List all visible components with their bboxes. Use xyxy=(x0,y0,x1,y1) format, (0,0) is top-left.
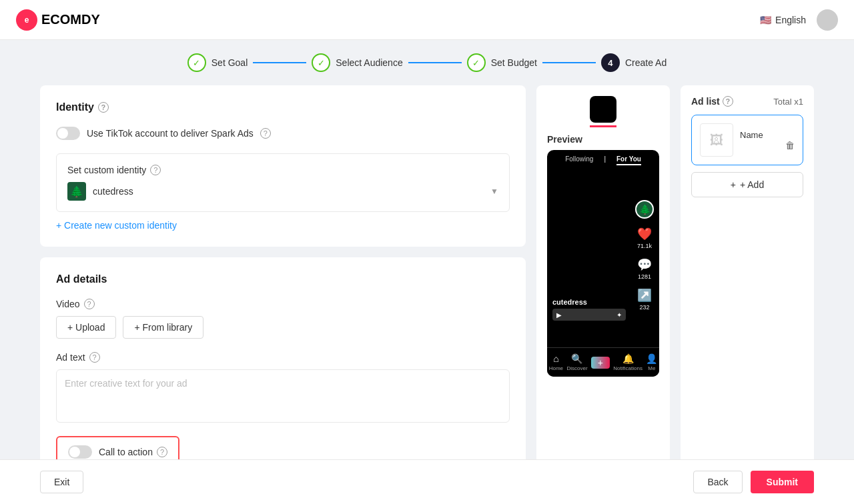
ad-text-input[interactable] xyxy=(56,369,510,423)
identity-select[interactable]: 🌲 cutedress ▼ xyxy=(67,182,498,201)
spark-ads-toggle[interactable] xyxy=(56,127,80,140)
ad-item-name: Name xyxy=(740,130,763,140)
language-label: English xyxy=(775,15,806,25)
upload-buttons: + Upload + From library xyxy=(56,316,510,339)
video-help-icon[interactable]: ? xyxy=(84,299,95,309)
delete-icon[interactable]: 🗑 xyxy=(785,140,795,151)
exit-button[interactable]: Exit xyxy=(40,471,83,493)
ad-text-help-icon[interactable]: ? xyxy=(89,352,100,363)
step-2: ✓ Select Audience xyxy=(312,53,402,72)
following-tab: Following xyxy=(565,155,593,165)
spark-ads-label: Use TikTok account to deliver Spark Ads xyxy=(87,128,254,139)
cta-label: Call to action ? xyxy=(99,447,167,457)
header-right: 🇺🇸 English xyxy=(760,9,838,31)
ad-list-item: 🖼 Name 🗑 xyxy=(691,115,803,165)
phone-username: cutedress xyxy=(552,298,626,306)
identity-title: Identity ? xyxy=(56,101,510,113)
like-count: 71.1k xyxy=(637,243,652,249)
me-icon: 👤 xyxy=(646,353,657,364)
step-2-circle: ✓ xyxy=(312,53,330,72)
share-count: 232 xyxy=(639,304,649,311)
ad-list-header: Ad list ? Total x1 xyxy=(691,96,803,107)
identity-card: Identity ? Use TikTok account to deliver… xyxy=(40,85,526,247)
comment-count: 1281 xyxy=(638,273,651,280)
nav-notifications-label: Notifications xyxy=(613,365,643,371)
cta-toggle[interactable] xyxy=(68,445,92,459)
phone-content: 🌲 ❤️ 71.1k 💬 1281 ↗️ 232 xyxy=(547,171,659,351)
phone-mockup: Following | For You 🌲 ❤️ 71.1k 💬 1281 xyxy=(547,150,659,377)
spark-ads-toggle-row: Use TikTok account to deliver Spark Ads … xyxy=(56,127,510,140)
for-you-tab: For You xyxy=(616,155,641,165)
phone-right-actions: 🌲 ❤️ 71.1k 💬 1281 ↗️ 232 xyxy=(635,200,654,311)
share-icon: ↗️ xyxy=(637,288,652,303)
nav-me: 👤 Me xyxy=(646,353,657,371)
logo: e ECOMDY xyxy=(16,9,100,31)
preview-title: Preview xyxy=(547,134,659,145)
add-button[interactable]: + + Add xyxy=(691,172,803,197)
video-label: Video ? xyxy=(56,299,510,309)
ad-list-panel: Ad list ? Total x1 🖼 Name 🗑 + + Add xyxy=(681,85,814,484)
custom-identity-label: Set custom identity ? xyxy=(67,165,498,175)
add-icon: + xyxy=(591,357,610,369)
custom-identity-help-icon[interactable]: ? xyxy=(150,165,161,175)
tiktok-logo: ♪ xyxy=(590,96,616,123)
footer: Exit Back Submit xyxy=(0,459,854,504)
logo-text: ECOMDY xyxy=(41,12,100,27)
svg-text:e: e xyxy=(25,15,29,25)
nav-home: ⌂ Home xyxy=(549,353,563,371)
nav-notifications: 🔔 Notifications xyxy=(613,353,643,371)
back-button[interactable]: Back xyxy=(693,471,742,493)
step-1-label: Set Goal xyxy=(211,57,248,68)
notifications-icon: 🔔 xyxy=(622,353,634,364)
step-3-circle: ✓ xyxy=(467,53,486,72)
ad-text-label: Ad text ? xyxy=(56,352,510,363)
create-identity-link[interactable]: + Create new custom identity xyxy=(56,220,510,231)
phone-bottom-nav: ⌂ Home 🔍 Discover + 🔔 Notifications 👤 Me xyxy=(547,347,659,377)
identity-section: Set custom identity ? 🌲 cutedress ▼ xyxy=(56,153,510,212)
ad-list-total: Total x1 xyxy=(773,97,803,107)
tiktok-logo-icon: ♪ xyxy=(600,101,607,118)
step-2-label: Select Audience xyxy=(336,57,402,68)
step-1-circle: ✓ xyxy=(187,53,206,72)
flag-icon: 🇺🇸 xyxy=(760,15,771,25)
spark-ads-help-icon[interactable]: ? xyxy=(260,128,271,139)
step-1: ✓ Set Goal xyxy=(187,53,248,72)
language-selector[interactable]: 🇺🇸 English xyxy=(760,15,806,25)
home-icon: ⌂ xyxy=(553,353,558,364)
phone-bottom-info: cutedress ▶ ✦ xyxy=(552,298,626,321)
step-3-label: Set Budget xyxy=(491,57,537,68)
avatar[interactable] xyxy=(817,9,838,31)
like-action: ❤️ 71.1k xyxy=(637,227,652,249)
nav-add[interactable]: + xyxy=(591,357,610,369)
left-panel: Identity ? Use TikTok account to deliver… xyxy=(40,85,526,484)
identity-name: cutedress xyxy=(93,186,133,197)
ad-list-help-icon[interactable]: ? xyxy=(723,96,733,107)
header: e ECOMDY 🇺🇸 English xyxy=(0,0,854,40)
footer-right: Back Submit xyxy=(693,471,814,493)
step-4-label: Create Ad xyxy=(625,57,667,68)
preview-panel: ♪ Preview Following | For You 🌲 ❤️ 71.1k xyxy=(536,85,670,484)
phone-top-bar: Following | For You xyxy=(547,150,659,171)
step-line-3 xyxy=(542,62,596,63)
action-avatar: 🌲 xyxy=(635,200,654,219)
step-3: ✓ Set Budget xyxy=(467,53,537,72)
identity-help-icon[interactable]: ? xyxy=(98,102,109,113)
chevron-down-icon: ▼ xyxy=(490,187,498,196)
from-library-button[interactable]: + From library xyxy=(123,316,203,339)
discover-icon: 🔍 xyxy=(571,353,582,364)
cta-help-icon[interactable]: ? xyxy=(157,447,167,457)
tiktok-underline xyxy=(590,125,616,127)
tiktok-logo-container: ♪ xyxy=(547,96,659,127)
nav-me-label: Me xyxy=(648,365,655,371)
upload-button[interactable]: + Upload xyxy=(56,316,116,339)
ad-details-title: Ad details xyxy=(56,273,510,285)
ad-list-title: Ad list ? xyxy=(691,96,733,107)
add-label: + Add xyxy=(740,179,764,190)
step-line-1 xyxy=(253,62,306,63)
submit-button[interactable]: Submit xyxy=(751,471,814,493)
step-4-circle: 4 xyxy=(601,53,620,72)
like-icon: ❤️ xyxy=(637,227,652,241)
nav-home-label: Home xyxy=(549,365,563,371)
main-content: Identity ? Use TikTok account to deliver… xyxy=(0,85,854,497)
plus-icon: + xyxy=(731,179,736,190)
